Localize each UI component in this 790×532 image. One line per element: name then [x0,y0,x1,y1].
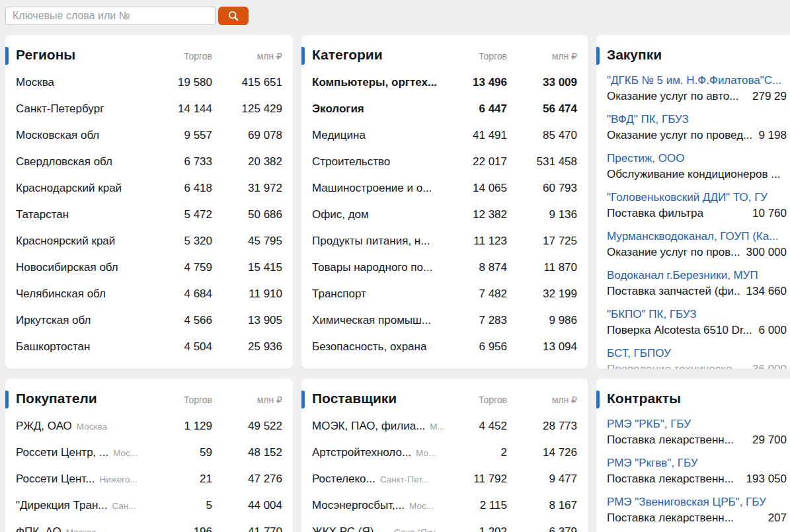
contract-org-link[interactable]: РМЭ "Звениговская ЦРБ", ГБУ [607,496,787,509]
supplier-name-link[interactable]: ЖКХ РС (Я), ... [312,525,389,532]
category-row[interactable]: Продукты питания, н... 11 123 17 725 [312,228,577,254]
region-name[interactable]: Санкт-Петербург [16,102,151,116]
category-row[interactable]: Химическая промыш... 7 283 9 986 [312,307,577,334]
category-name[interactable]: Безопасность, охрана [312,340,446,354]
procurement-line: Поставка фильтра 10 760 [607,207,787,220]
procurement-org-link[interactable]: Водоканал г.Березники, МУП [607,269,787,282]
col-header-torgov: Торгов [151,395,212,405]
category-name[interactable]: Строительство [312,155,446,169]
supplier-name-link[interactable]: МОЭК, ПАО, филиа... [312,420,425,432]
buyer-row[interactable]: "Дирекция Тран...Сан... 5 44 004 [16,492,282,519]
supplier-region: Санкт-Пет... [380,475,429,484]
region-name[interactable]: Новосибирская обл [16,261,151,274]
region-row[interactable]: Новосибирская обл 4 759 15 415 [16,254,282,281]
region-name[interactable]: Башкортостан [16,340,151,354]
buyer-name-cell: Россети Цент...Нижего... [16,473,151,486]
category-name[interactable]: Компьютеры, оргтех... [312,76,446,89]
supplier-name-link[interactable]: Мосэнергосбыт,... [312,499,405,512]
category-name[interactable]: Экология [312,102,446,116]
region-name[interactable]: Москва [16,76,151,89]
category-mln-value: 17 725 [507,235,577,248]
category-row[interactable]: Товары народного по... 8 874 11 870 [312,254,577,281]
category-row[interactable]: Транспорт 7 482 32 199 [312,281,577,307]
buyer-row[interactable]: ФПК, АОМосква 196 41 770 [16,519,282,532]
region-name[interactable]: Иркутская обл [16,314,151,327]
region-row[interactable]: Красноярский край 5 320 45 795 [16,228,282,254]
card-regions-title: Регионы [16,47,151,63]
category-row[interactable]: Машиностроение и о... 14 065 60 793 [312,175,577,202]
region-row[interactable]: Челябинская обл 4 684 11 910 [16,281,282,307]
search-input[interactable] [5,7,216,25]
supplier-name-link[interactable]: Артстройтехноло... [312,446,411,459]
buyer-row[interactable]: Россети Центр, ...Мос... 59 48 152 [16,439,282,466]
region-name[interactable]: Свердловская обл [16,155,151,169]
contract-desc: Поставка лекарственн... [607,512,762,525]
region-row[interactable]: Башкортостан 4 504 25 936 [16,334,282,360]
procurement-org-link[interactable]: БСТ, ГБПОУ [607,347,787,360]
contract-org-link[interactable]: РМЭ "Ркгвв", ГБУ [607,457,787,470]
category-row[interactable]: Безопасность, охрана 6 956 13 094 [312,334,577,360]
buyer-row[interactable]: РЖД, ОАОМосква 1 129 49 522 [16,413,282,439]
contract-org-link[interactable]: РМЭ "РКБ", ГБУ [607,418,787,431]
supplier-row[interactable]: ЖКХ РС (Я), ...Саха (Яку... 1 202 6 379 [312,519,577,532]
category-name[interactable]: Машиностроение и о... [312,182,446,195]
region-row[interactable]: Московская обл 9 557 69 078 [16,122,282,149]
procurement-org-link[interactable]: "Головеньковский ДДИ" ТО, ГУ [607,191,787,204]
procurement-org-link[interactable]: "БКПО" ПК, ГБУЗ [607,308,787,321]
region-row[interactable]: Москва 19 580 415 651 [16,69,282,96]
procurement-item: Водоканал г.Березники, МУП Поставка запч… [607,264,787,303]
region-name[interactable]: Челябинская обл [16,287,151,301]
procurements-list: "ДГКБ № 5 им. Н.Ф.Филатова"С... Оказание… [607,69,787,369]
region-row[interactable]: Иркутская обл 4 566 13 905 [16,307,282,334]
category-name[interactable]: Транспорт [312,287,446,301]
buyer-name-link[interactable]: ФПК, АО [16,525,61,532]
region-mln-value: 45 795 [212,235,282,248]
category-mln-value: 60 793 [507,182,577,195]
supplier-row[interactable]: Артстройтехноло...Мо... 2 14 726 [312,439,577,466]
procurement-org-link[interactable]: Престиж, ООО [607,152,787,165]
buyer-row[interactable]: Россети Цент...Нижего... 21 47 276 [16,466,282,492]
supplier-row[interactable]: Мосэнергосбыт,...Мос... 2 115 8 167 [312,492,577,519]
category-name[interactable]: Продукты питания, н... [312,235,446,248]
region-row[interactable]: Татарстан 5 472 50 686 [16,202,282,228]
region-torgov-value: 6 418 [151,182,212,195]
procurement-org-link[interactable]: "ДГКБ № 5 им. Н.Ф.Филатова"С... [607,74,787,87]
region-name[interactable]: Красноярский край [16,235,151,248]
region-name[interactable]: Московская обл [16,129,151,142]
region-name[interactable]: Татарстан [16,208,151,221]
suppliers-list: МОЭК, ПАО, филиа...М... 4 452 28 773 Арт… [312,413,577,532]
supplier-row[interactable]: МОЭК, ПАО, филиа...М... 4 452 28 773 [312,413,577,439]
supplier-name-cell: Артстройтехноло...Мо... [312,446,446,459]
procurement-org-link[interactable]: "ВФД" ПК, ГБУЗ [607,113,787,126]
region-row[interactable]: Свердловская обл 6 733 20 382 [16,149,282,175]
search-icon [227,10,239,22]
category-row[interactable]: Медицина 41 491 85 470 [312,122,577,149]
category-row[interactable]: Офис, дом 12 382 9 136 [312,202,577,228]
supplier-name-link[interactable]: Ростелеко... [312,473,375,485]
buyer-torgov-value: 59 [151,446,212,459]
procurement-org-link[interactable]: Мурманскводоканал, ГОУП (Ка... [607,230,787,243]
supplier-torgov-value: 4 452 [446,420,507,433]
region-name[interactable]: Краснодарский край [16,182,151,195]
category-name[interactable]: Офис, дом [312,208,446,221]
procurement-line: Оказание услуг по провед... 9 198 [607,129,787,142]
search-button[interactable] [218,7,249,25]
card-categories-header: Категории Торгов млн ₽ [312,42,577,69]
category-name[interactable]: Товары народного по... [312,261,446,274]
card-contracts: Контракты РМЭ "РКБ", ГБУ Поставка лекарс… [596,379,790,532]
supplier-row[interactable]: Ростелеко...Санкт-Пет... 11 792 9 477 [312,466,577,492]
contract-line: Поставка лекарственн... 29 700 [607,434,787,447]
region-row[interactable]: Краснодарский край 6 418 31 972 [16,175,282,202]
buyer-name-link[interactable]: "Дирекция Тран... [16,499,107,512]
buyer-name-link[interactable]: РЖД, ОАО [16,420,72,432]
buyer-name-link[interactable]: Россети Цент... [16,473,95,485]
category-name[interactable]: Химическая промыш... [312,314,446,327]
buyer-name-cell: Россети Центр, ...Мос... [16,446,151,459]
buyer-name-link[interactable]: Россети Центр, ... [16,446,108,459]
region-row[interactable]: Санкт-Петербург 14 144 125 429 [16,96,282,122]
procurement-item: "Головеньковский ДДИ" ТО, ГУ Поставка фи… [607,186,787,225]
category-row[interactable]: Экология 6 447 56 474 [312,96,577,122]
category-row[interactable]: Компьютеры, оргтех... 13 496 33 009 [312,69,577,96]
category-row[interactable]: Строительство 22 017 531 458 [312,149,577,175]
category-name[interactable]: Медицина [312,129,446,142]
